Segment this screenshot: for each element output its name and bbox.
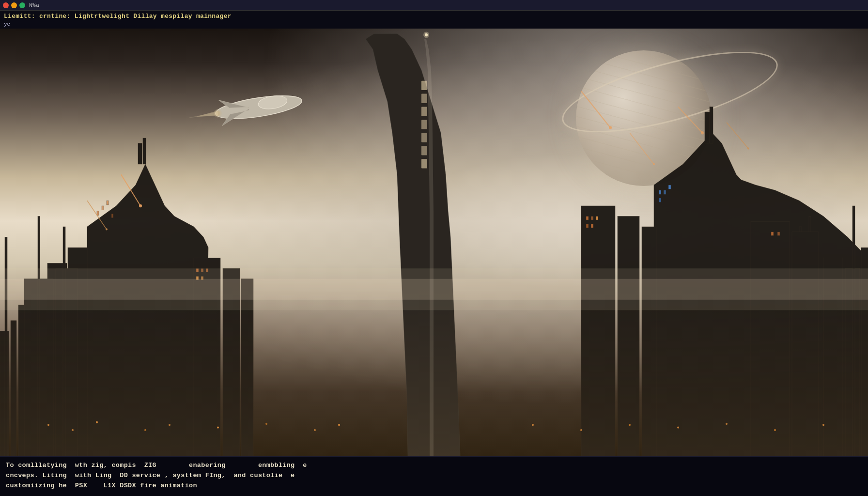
svg-point-61 xyxy=(423,32,429,38)
svg-rect-8 xyxy=(143,139,146,165)
svg-rect-42 xyxy=(852,206,855,457)
maximize-button[interactable] xyxy=(19,2,25,8)
svg-rect-7 xyxy=(138,143,142,164)
svg-rect-53 xyxy=(421,81,427,90)
svg-rect-30 xyxy=(618,217,639,456)
svg-rect-12 xyxy=(102,206,104,211)
svg-point-90 xyxy=(265,423,267,425)
svg-rect-59 xyxy=(421,159,427,169)
svg-point-84 xyxy=(47,424,49,426)
title-bar: N%a xyxy=(0,0,868,11)
window-controls xyxy=(3,2,25,8)
svg-point-77 xyxy=(106,229,108,231)
svg-point-94 xyxy=(580,429,582,431)
svg-rect-11 xyxy=(97,211,99,216)
svg-rect-46 xyxy=(659,198,661,202)
svg-rect-28 xyxy=(710,107,713,143)
svg-point-97 xyxy=(726,423,728,425)
command-bar: Liemitt: crntine: Lightrtwelight Dillay … xyxy=(0,11,868,29)
svg-rect-32 xyxy=(586,217,589,220)
minimize-button[interactable] xyxy=(11,2,17,8)
caption-line-3: customiizing he PSX L1X DSDX fire animat… xyxy=(6,481,862,491)
svg-point-98 xyxy=(774,429,776,431)
svg-rect-34 xyxy=(596,217,598,220)
svg-point-93 xyxy=(532,424,534,426)
svg-point-95 xyxy=(629,424,631,426)
svg-rect-57 xyxy=(421,133,427,142)
svg-point-92 xyxy=(338,424,340,426)
close-button[interactable] xyxy=(3,2,9,8)
svg-rect-55 xyxy=(421,107,427,116)
svg-rect-25 xyxy=(63,227,65,457)
svg-rect-45 xyxy=(668,185,671,189)
svg-marker-51 xyxy=(366,34,460,456)
svg-rect-47 xyxy=(751,222,790,456)
svg-point-75 xyxy=(653,163,655,165)
svg-point-99 xyxy=(822,424,824,426)
caption-bar: To comlllatying wth zig, compis ZIG enab… xyxy=(0,456,868,496)
svg-rect-13 xyxy=(107,201,108,205)
svg-line-78 xyxy=(678,107,702,133)
caption-line-2: cncveps. Liting with Ling DD service , s… xyxy=(6,471,862,481)
svg-point-73 xyxy=(609,126,612,129)
svg-rect-33 xyxy=(591,217,593,220)
svg-point-89 xyxy=(217,427,219,429)
svg-point-88 xyxy=(169,424,170,426)
city-skyline-svg xyxy=(0,29,868,456)
window-title: N%a xyxy=(29,2,39,8)
svg-line-72 xyxy=(581,92,610,128)
svg-rect-44 xyxy=(664,190,666,195)
command-line-2: ye xyxy=(4,21,864,28)
command-line-1: Liemitt: crntine: Lightrtwelight Dillay … xyxy=(4,12,864,21)
svg-rect-35 xyxy=(586,224,589,228)
app-container: N%a Liemitt: crntine: Lightrtwelight Dil… xyxy=(0,0,868,496)
svg-rect-43 xyxy=(659,190,661,195)
svg-rect-56 xyxy=(421,120,427,129)
svg-line-80 xyxy=(727,123,748,149)
svg-point-85 xyxy=(72,429,74,431)
svg-point-71 xyxy=(139,204,142,207)
svg-rect-58 xyxy=(421,146,427,155)
svg-rect-48 xyxy=(792,232,819,456)
svg-rect-29 xyxy=(581,206,615,457)
main-image-area xyxy=(0,29,868,456)
svg-rect-50 xyxy=(777,232,780,236)
svg-point-96 xyxy=(677,427,679,429)
svg-rect-83 xyxy=(0,279,868,300)
svg-rect-24 xyxy=(38,217,40,456)
svg-point-91 xyxy=(314,429,316,431)
svg-point-86 xyxy=(96,421,98,423)
svg-rect-49 xyxy=(771,232,774,236)
svg-point-87 xyxy=(144,429,146,431)
svg-rect-0 xyxy=(0,331,9,456)
svg-rect-54 xyxy=(421,94,427,103)
svg-rect-27 xyxy=(705,112,710,144)
svg-point-81 xyxy=(747,148,749,150)
svg-rect-14 xyxy=(111,214,113,218)
caption-line-1: To comlllatying wth zig, compis ZIG enab… xyxy=(6,461,862,471)
svg-rect-31 xyxy=(642,227,656,457)
svg-rect-36 xyxy=(591,224,593,228)
svg-rect-1 xyxy=(11,321,16,456)
svg-line-74 xyxy=(630,133,654,165)
svg-point-79 xyxy=(701,132,704,135)
